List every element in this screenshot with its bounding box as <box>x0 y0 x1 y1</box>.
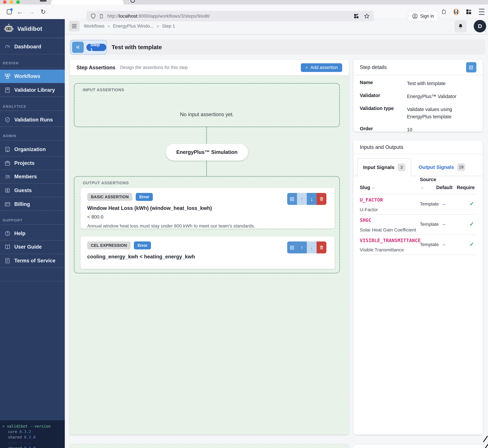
browser-menu-icon[interactable] <box>477 5 486 19</box>
sidebar-divider <box>0 267 65 268</box>
assertion-type-badge: CEL EXPRESSION <box>87 241 131 249</box>
output-signals-count-badge: 19 <box>457 163 465 171</box>
detail-row-validation-type: Validation type Validate values using En… <box>360 106 476 120</box>
output-zone-label: OUTPUT ASSERTIONS <box>83 181 129 185</box>
sidebar-item-guests[interactable]: Guests <box>0 184 65 197</box>
back-button[interactable]: ← <box>15 5 24 19</box>
edit-icon <box>290 245 295 250</box>
section-label-analytics: ANALYTICS <box>0 104 65 109</box>
sidebar-toggle-button[interactable] <box>69 21 79 32</box>
step-number-badge[interactable]: Step 1 <box>86 44 106 51</box>
sidebar-item-validator-library[interactable]: Validator Library <box>0 83 65 97</box>
sidebar-item-validation-runs[interactable]: Validation Runs <box>0 113 65 127</box>
terminal-line: shared 0.3.0 <box>2 446 65 448</box>
url-text: http://localhost:8000/app/workflows/3/st… <box>107 14 210 19</box>
required-check-icon: ✓ <box>469 241 474 248</box>
breadcrumb-workflows[interactable]: Workflows <box>84 24 104 29</box>
move-up-button[interactable]: ↑ <box>297 193 307 205</box>
sign-in-button[interactable]: Sign in <box>408 11 438 21</box>
collapse-panel-button[interactable]: « <box>72 42 84 53</box>
assertion-condition: < 800.0 <box>87 214 328 220</box>
assertion-card-basic: BASIC ASSERTION Error Window Heat Loss (… <box>80 188 335 229</box>
save-to-pocket-icon[interactable] <box>440 5 448 19</box>
assertions-title: Step Assertions <box>76 65 115 71</box>
page-title: Test with template <box>112 40 162 55</box>
sort-icon[interactable]: ↓↑ <box>421 185 423 190</box>
tab-output-signals[interactable]: Output Signals 19 <box>418 158 465 176</box>
sidebar-divider <box>0 281 65 281</box>
user-avatar[interactable]: D <box>474 20 486 32</box>
edit-icon <box>290 196 295 201</box>
section-label-support: SUPPORT <box>0 218 65 223</box>
column-header-default[interactable]: Default <box>436 185 452 190</box>
signal-row-shgc[interactable]: SHGC Solar Heat Gain Coefficient Templat… <box>360 214 476 235</box>
extensions-icon[interactable] <box>464 5 473 19</box>
sidebar-item-workflows[interactable]: Workflows <box>0 70 65 83</box>
sidebar-divider <box>0 240 65 240</box>
column-header-require[interactable]: Require <box>457 185 475 190</box>
column-header-source[interactable]: Source <box>420 177 436 182</box>
move-up-button[interactable]: ↑ <box>297 241 307 253</box>
signal-row-u-factor[interactable]: U_FACTOR U-Factor Template -- ✓ <box>360 194 476 214</box>
breadcrumb-step[interactable]: Step 1 <box>162 24 175 29</box>
move-down-button[interactable]: ↓ <box>307 241 317 253</box>
building-icon <box>4 146 11 152</box>
brand[interactable]: Validibot <box>0 20 65 37</box>
signal-row-visible-transmittance[interactable]: VISIBLE_TRANSMITTANCE Visible Transmitta… <box>360 235 476 255</box>
column-header-slug[interactable]: Slug ↓↑ <box>360 185 374 190</box>
sidebar-item-billing[interactable]: Billing <box>0 198 65 211</box>
breadcrumb: Workflows » EnergyPlus Windo... » Step 1 <box>84 21 175 32</box>
simulation-node[interactable]: EnergyPlus™ Simulation <box>166 144 248 160</box>
library-icon <box>4 87 11 93</box>
breadcrumb-workflow-name[interactable]: EnergyPlus Windo... <box>113 24 154 29</box>
brand-separator <box>0 38 65 38</box>
add-assertion-button[interactable]: + Add assertion <box>301 63 342 72</box>
assertion-card-cel: CEL EXPRESSION Error cooling_energy_kwh … <box>80 236 335 269</box>
edit-assertion-button[interactable] <box>287 241 297 253</box>
move-down-button[interactable]: ↓ <box>307 193 317 205</box>
step-details-header: Step details <box>354 60 483 75</box>
edit-assertion-button[interactable] <box>287 193 297 205</box>
bookmark-star-icon[interactable] <box>364 13 370 19</box>
notifications-button[interactable] <box>455 20 467 32</box>
traffic-light-zoom[interactable] <box>16 0 20 4</box>
sidebar-item-terms-of-service[interactable]: Terms of Service <box>0 254 65 267</box>
forward-button[interactable]: → <box>27 5 36 19</box>
screenshot-tiles-icon[interactable] <box>354 13 359 19</box>
step-assertions-panel: Step Assertions Design the assertions fo… <box>70 60 349 434</box>
step-header-band: « Step 1 Test with template <box>70 40 485 55</box>
delete-assertion-button[interactable] <box>317 193 326 205</box>
terminal-line: core 0.3.2 <box>2 429 65 434</box>
sidebar-item-user-guide[interactable]: User Guide <box>0 240 65 254</box>
shield-icon[interactable] <box>90 13 96 19</box>
assertion-description: Annual window heat loss must stay under … <box>87 223 328 229</box>
shield-check-icon <box>4 117 11 123</box>
pinned-tab-icon[interactable] <box>40 0 47 2</box>
traffic-light-minimize[interactable] <box>10 0 13 4</box>
url-bar[interactable]: http://localhost:8000/app/workflows/3/st… <box>86 11 374 21</box>
input-empty-text: No input assertions yet. <box>74 112 339 118</box>
edit-step-button[interactable] <box>466 62 476 72</box>
sidebar-divider <box>0 254 65 254</box>
delete-assertion-button[interactable] <box>317 241 326 253</box>
assertion-actions: ↑ ↓ <box>287 193 326 205</box>
sidebar-item-help[interactable]: Help <box>0 227 65 240</box>
page-info-icon[interactable] <box>99 13 104 19</box>
sidebar-item-organization[interactable]: Organization <box>0 143 65 156</box>
required-check-icon: ✓ <box>469 221 474 227</box>
sidebar-item-members[interactable]: Members <box>0 170 65 183</box>
version-terminal: > validibot --version core 0.3.2 shared … <box>0 420 65 448</box>
sidebar-item-dashboard[interactable]: Dashboard <box>0 40 65 53</box>
traffic-light-close[interactable] <box>3 0 7 4</box>
sidebar-item-projects[interactable]: Projects <box>0 157 65 170</box>
privacy-badger-icon[interactable] <box>451 5 461 19</box>
robot-logo-icon <box>4 24 14 34</box>
assertions-subtitle: Design the assertions for this step <box>120 65 188 70</box>
firefox-view-icon[interactable] <box>5 5 14 19</box>
active-browser-tab[interactable] <box>51 0 124 5</box>
sidebar-divider <box>0 224 65 225</box>
tab-input-signals[interactable]: Input Signals 3 <box>357 158 411 176</box>
reload-button[interactable]: ↻ <box>39 5 48 19</box>
sidebar-divider <box>0 111 65 111</box>
sidebar-divider <box>0 96 65 97</box>
